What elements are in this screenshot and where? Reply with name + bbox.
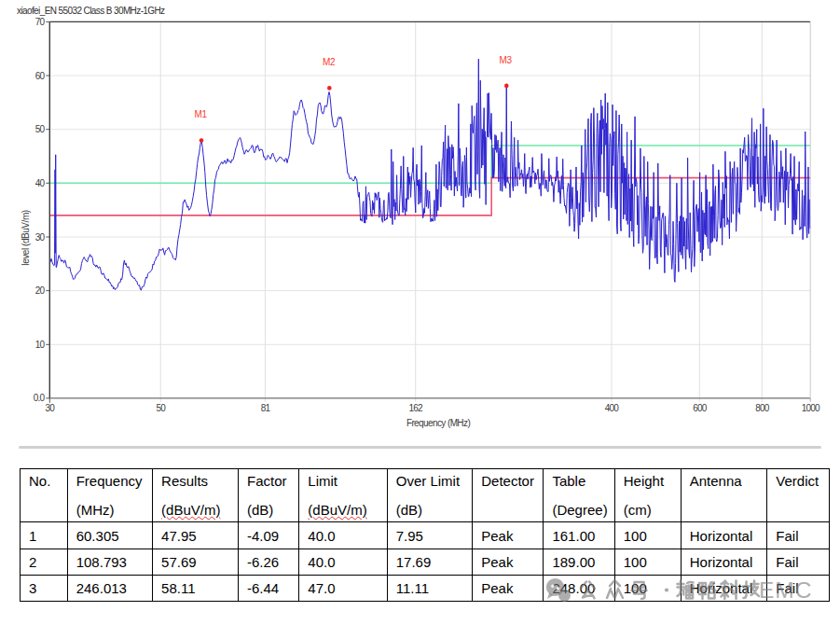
- svg-text:M2: M2: [323, 57, 336, 67]
- svg-text:1000: 1000: [802, 403, 820, 413]
- svg-text:50: 50: [35, 124, 46, 134]
- svg-text:800: 800: [755, 403, 770, 413]
- svg-text:70: 70: [35, 17, 46, 27]
- svg-text:60: 60: [35, 71, 46, 81]
- svg-text:Frequency (MHz): Frequency (MHz): [406, 418, 471, 428]
- svg-text:level (dBuV/m): level (dBuV/m): [21, 210, 31, 265]
- svg-text:600: 600: [693, 403, 708, 413]
- svg-text:xiaofei_EN 55032 Class B 30MHz: xiaofei_EN 55032 Class B 30MHz-1GHz: [17, 6, 165, 16]
- svg-text:40: 40: [35, 178, 46, 188]
- svg-text:M1: M1: [195, 109, 208, 119]
- svg-text:0.0: 0.0: [34, 393, 46, 403]
- svg-text:30: 30: [35, 232, 46, 243]
- svg-text:M3: M3: [500, 55, 513, 65]
- svg-text:20: 20: [35, 285, 46, 296]
- svg-text:162: 162: [409, 403, 424, 413]
- svg-text:30: 30: [46, 403, 56, 413]
- svg-text:81: 81: [261, 403, 271, 413]
- svg-text:10: 10: [35, 340, 46, 350]
- svg-text:400: 400: [605, 403, 620, 413]
- svg-text:50: 50: [156, 403, 166, 413]
